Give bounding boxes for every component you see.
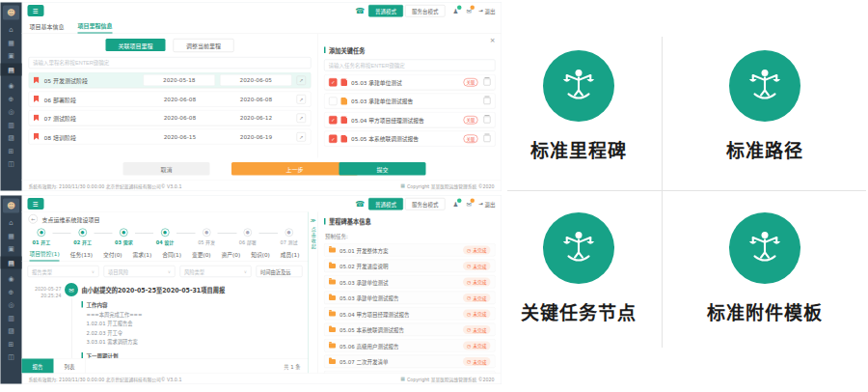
project-tab[interactable]: 任务(13) bbox=[70, 251, 93, 262]
filter-select[interactable]: 风险类型 ∨ bbox=[180, 266, 252, 277]
task-search-input[interactable] bbox=[324, 60, 496, 71]
task-row[interactable]: ✓ 05.03 承建单位测试 关联 bbox=[324, 74, 496, 90]
network-icon[interactable]: ⊕ bbox=[9, 96, 14, 102]
mode-normal-button[interactable]: 普通模式 bbox=[368, 198, 403, 210]
task-row[interactable]: ✓ 05.03 承建单位测试报告 bbox=[324, 94, 496, 109]
user-badge-icon[interactable]: ♟ bbox=[453, 8, 459, 14]
sort-select[interactable]: 时间由近及远 bbox=[257, 266, 303, 277]
menu-button[interactable]: ☰ bbox=[28, 5, 44, 16]
phase-step[interactable]: ● 07 测试 bbox=[281, 228, 298, 245]
preset-task-row[interactable]: 05.01 开发整体方案 ◷ 未完成 bbox=[324, 243, 496, 257]
phase-step[interactable]: ● 01 开工 bbox=[33, 228, 51, 245]
phase-step[interactable]: ● 05 开发 bbox=[198, 228, 215, 245]
list-view-button[interactable]: 列表 bbox=[54, 359, 87, 374]
milestone-row[interactable]: 08 培训阶段 2020-06-15 2020-06-19 ↗ bbox=[29, 129, 312, 145]
link-milestone-button[interactable]: 关联项目里程 bbox=[105, 39, 165, 51]
phone-icon[interactable]: ☎ bbox=[355, 199, 365, 209]
mode-normal-button[interactable]: 普通模式 bbox=[368, 5, 403, 17]
milestone-search-input[interactable] bbox=[29, 57, 312, 69]
preset-task-row[interactable]: 05.07 二次开发清单 ◷ 未完成 bbox=[324, 355, 496, 369]
mode-servicedesk-button[interactable]: 服务台模式 bbox=[405, 5, 446, 17]
phase-step[interactable]: ● 04 设计 bbox=[156, 228, 175, 245]
checkbox[interactable]: ✓ bbox=[329, 134, 338, 143]
logout-button[interactable]: ⇥退出 bbox=[478, 200, 496, 208]
trash-icon[interactable] bbox=[484, 117, 491, 124]
documents-icon[interactable]: ▤ bbox=[1, 257, 22, 269]
cancel-button[interactable]: 取消 bbox=[123, 162, 210, 176]
collapse-strip[interactable]: ≫ 点击收起 bbox=[309, 212, 318, 374]
page-tab[interactable]: 项目基本信息 bbox=[30, 22, 65, 34]
task-row[interactable]: ✓ 05.05 本系统联调测试报告 关联 bbox=[324, 131, 496, 147]
report-title[interactable]: 由小赵提交的2020-05-25至2020-05-31项目周报 bbox=[82, 286, 306, 295]
trash-icon[interactable] bbox=[484, 98, 491, 104]
gallery-icon[interactable]: ▣ bbox=[8, 245, 14, 252]
user-icon[interactable]: ◎ bbox=[8, 108, 14, 115]
archive-icon[interactable]: ⊞ bbox=[9, 148, 14, 154]
trash-icon[interactable] bbox=[484, 79, 491, 86]
home-icon[interactable]: ⌂ bbox=[9, 219, 13, 226]
checkbox[interactable]: ✓ bbox=[329, 78, 338, 87]
settings-icon[interactable]: ◫ bbox=[8, 160, 14, 167]
task-row[interactable]: ✓ 05.04 甲方项目经理测试报告 关联 bbox=[324, 112, 496, 127]
external-link-icon[interactable]: ↗ bbox=[297, 132, 307, 142]
stats-icon[interactable]: ▨ bbox=[8, 327, 14, 334]
team-icon[interactable]: ◉ bbox=[8, 82, 14, 89]
report-icon[interactable]: ▥ bbox=[8, 315, 14, 322]
user-icon[interactable]: ◎ bbox=[8, 301, 14, 308]
message-badge-icon[interactable]: ✉ bbox=[466, 8, 471, 14]
external-link-icon[interactable]: ↗ bbox=[297, 95, 307, 104]
report-icon[interactable]: ▥ bbox=[8, 122, 14, 128]
checkbox[interactable]: ✓ bbox=[329, 116, 338, 125]
mode-servicedesk-button[interactable]: 服务台模式 bbox=[405, 198, 446, 210]
project-tab[interactable]: 交付(0) bbox=[103, 251, 122, 262]
close-icon[interactable]: × bbox=[324, 36, 496, 43]
user-badge-icon[interactable]: ♟ bbox=[453, 201, 459, 208]
back-icon[interactable]: ← bbox=[29, 214, 39, 224]
project-tab[interactable]: 需求(1) bbox=[133, 251, 152, 262]
submit-button[interactable]: 提交 bbox=[339, 162, 426, 176]
milestone-row[interactable]: 05 开发测试阶段 2020-05-18 2020-06-05 ↗ bbox=[29, 72, 312, 88]
apps-icon[interactable]: ▦ bbox=[8, 40, 14, 46]
adjust-milestone-button[interactable]: 调整当前里程 bbox=[174, 39, 234, 52]
page-tab[interactable]: 项目里程信息 bbox=[78, 21, 113, 34]
menu-button[interactable]: ☰ bbox=[28, 198, 44, 210]
preset-task-row[interactable]: 05.06 高级用户测试报告 ◷ 未完成 bbox=[324, 339, 496, 352]
documents-icon[interactable]: ▤ bbox=[1, 64, 22, 76]
filter-select[interactable]: 项目风险 ∨ bbox=[104, 266, 176, 277]
trash-icon[interactable] bbox=[484, 135, 491, 142]
preset-task-row[interactable]: 05.02 开发进度说明 ◷ 未完成 bbox=[324, 260, 496, 273]
phase-step[interactable]: ● 02 开工 bbox=[73, 228, 92, 245]
report-view-button[interactable]: 报告 bbox=[22, 359, 54, 374]
milestone-row[interactable]: 06 部署阶段 2020-06-08 2020-06-08 ↗ bbox=[29, 92, 312, 107]
preset-task-row[interactable]: 05.04 甲方项目经理测试报告 ◷ 未完成 bbox=[324, 307, 496, 321]
project-tab[interactable]: 知识(0) bbox=[251, 251, 270, 262]
team-icon[interactable]: ◉ bbox=[8, 275, 14, 282]
project-tab[interactable]: 资产(0) bbox=[222, 251, 241, 262]
project-tab[interactable]: 变更(0) bbox=[192, 251, 211, 262]
message-badge-icon[interactable]: ✉ bbox=[466, 201, 471, 208]
phase-step[interactable]: ● 03 需求 bbox=[115, 228, 133, 245]
milestone-row[interactable]: 07 测试阶段 2020-06-08 2020-06-12 ↗ bbox=[29, 110, 312, 126]
checkbox[interactable]: ✓ bbox=[329, 97, 338, 105]
home-icon[interactable]: ⌂ bbox=[9, 26, 13, 33]
external-link-icon[interactable]: ↗ bbox=[297, 113, 307, 123]
avatar[interactable]: ☻ bbox=[3, 6, 19, 20]
archive-icon[interactable]: ⊞ bbox=[9, 341, 14, 348]
apps-icon[interactable]: ▦ bbox=[8, 233, 14, 239]
logout-button[interactable]: ⇥退出 bbox=[478, 7, 496, 14]
filter-select[interactable]: 报告类型 ∨ bbox=[28, 266, 99, 277]
phone-icon[interactable]: ☎ bbox=[355, 6, 365, 15]
stats-icon[interactable]: ▨ bbox=[8, 134, 14, 141]
gallery-icon[interactable]: ▣ bbox=[8, 52, 14, 59]
project-tab[interactable]: 合同(1) bbox=[162, 251, 181, 262]
project-tab[interactable]: 项目管控(1) bbox=[30, 250, 60, 262]
avatar[interactable]: ☻ bbox=[3, 199, 19, 213]
network-icon[interactable]: ⊕ bbox=[9, 289, 14, 295]
project-tab[interactable]: 成员(1) bbox=[281, 251, 300, 262]
preset-task-row[interactable]: 05.03 承建单位测试 ◷ 未完成 bbox=[324, 275, 496, 289]
preset-task-row[interactable]: 05.03 承建单位测试报告 ◷ 未完成 bbox=[324, 292, 496, 305]
external-link-icon[interactable]: ↗ bbox=[297, 75, 307, 85]
settings-icon[interactable]: ◫ bbox=[8, 353, 14, 360]
phase-step[interactable]: ● 06 部署 bbox=[239, 228, 257, 245]
preset-task-row[interactable]: 05.05 本系统联调测试报告 ◷ 未完成 bbox=[324, 323, 496, 337]
